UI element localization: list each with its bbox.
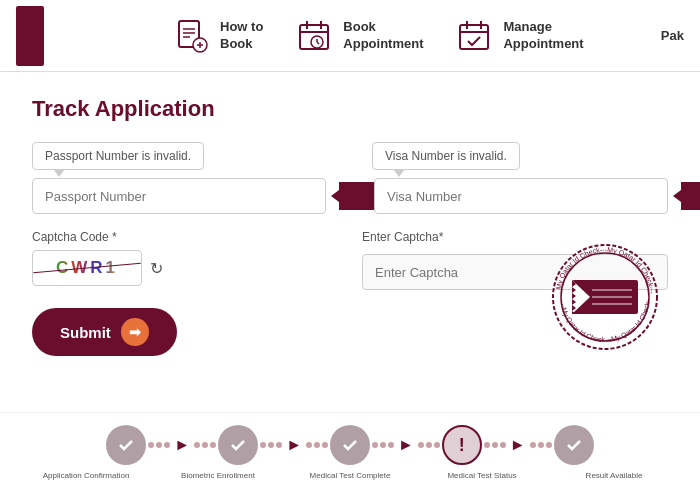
progress-step-3 xyxy=(330,425,370,465)
arrow-2: ► xyxy=(286,436,302,454)
svg-marker-19 xyxy=(673,182,700,210)
passport-tooltip: Passport Number is invalid. xyxy=(32,142,204,170)
arrow-1: ► xyxy=(174,436,190,454)
input-row xyxy=(32,178,668,214)
submit-label: Submit xyxy=(60,324,111,341)
dots-6 xyxy=(418,442,440,448)
how-to-book-label: How to Book xyxy=(220,19,263,53)
logo-bar xyxy=(16,6,44,66)
arrow-3: ► xyxy=(398,436,414,454)
svg-rect-14 xyxy=(460,25,488,49)
arrow-4: ► xyxy=(510,436,526,454)
dots-7 xyxy=(484,442,506,448)
progress-label-1: Application Confirmation xyxy=(36,471,136,480)
progress-label-5: Result Available xyxy=(564,471,664,480)
captcha-image: CWR1 xyxy=(32,250,142,286)
page-title: Track Application xyxy=(32,96,668,122)
progress-label-3: Medical Test Complete xyxy=(300,471,400,480)
tooltip-row: Passport Number is invalid. Visa Number … xyxy=(32,142,668,170)
submit-arrow-icon: ➡ xyxy=(121,318,149,346)
passport-number-input[interactable] xyxy=(32,178,326,214)
calendar-clock-icon xyxy=(295,17,333,55)
progress-labels: Application Confirmation Biometric Enrol… xyxy=(20,471,680,480)
captcha-text: CWR1 xyxy=(56,258,118,278)
progress-row: ► ► ► ! ► xyxy=(20,425,680,465)
nav-manage-appointment[interactable]: Manage Appointment xyxy=(455,17,583,55)
calendar-check-icon xyxy=(455,17,493,55)
captcha-left: Captcha Code * CWR1 ↻ xyxy=(32,230,338,286)
dots-3 xyxy=(260,442,282,448)
progress-label-2: Biometric Enrollment xyxy=(168,471,268,480)
captcha-image-wrap: CWR1 ↻ xyxy=(32,250,338,286)
main-content: Track Application Passport Number is inv… xyxy=(0,72,700,422)
document-icon xyxy=(172,17,210,55)
header-nav: How to Book Book Appointment xyxy=(172,17,584,55)
progress-step-5 xyxy=(554,425,594,465)
submit-button[interactable]: Submit ➡ xyxy=(32,308,177,356)
book-appointment-label: Book Appointment xyxy=(343,19,423,53)
pak-label: Pak xyxy=(661,28,684,43)
progress-label-4: Medical Test Status xyxy=(432,471,532,480)
nav-book-appointment[interactable]: Book Appointment xyxy=(295,17,423,55)
visa-tooltip: Visa Number is invalid. xyxy=(372,142,520,170)
dots-8 xyxy=(530,442,552,448)
dots-1 xyxy=(148,442,170,448)
qatar-id-stamp: My Qatar Id Check---My Qatar Id Check---… xyxy=(550,242,660,352)
manage-appointment-label: Manage Appointment xyxy=(503,19,583,53)
refresh-captcha-button[interactable]: ↻ xyxy=(150,259,163,278)
captcha-label: Captcha Code * xyxy=(32,230,338,244)
nav-how-to-book[interactable]: How to Book xyxy=(172,17,263,55)
progress-step-4: ! xyxy=(442,425,482,465)
visa-arrow xyxy=(673,182,700,210)
dots-4 xyxy=(306,442,328,448)
visa-number-input[interactable] xyxy=(374,178,668,214)
dots-5 xyxy=(372,442,394,448)
header: How to Book Book Appointment xyxy=(0,0,700,72)
dots-2 xyxy=(194,442,216,448)
progress-section: ► ► ► ! ► xyxy=(0,412,700,500)
progress-step-2 xyxy=(218,425,258,465)
progress-step-1 xyxy=(106,425,146,465)
